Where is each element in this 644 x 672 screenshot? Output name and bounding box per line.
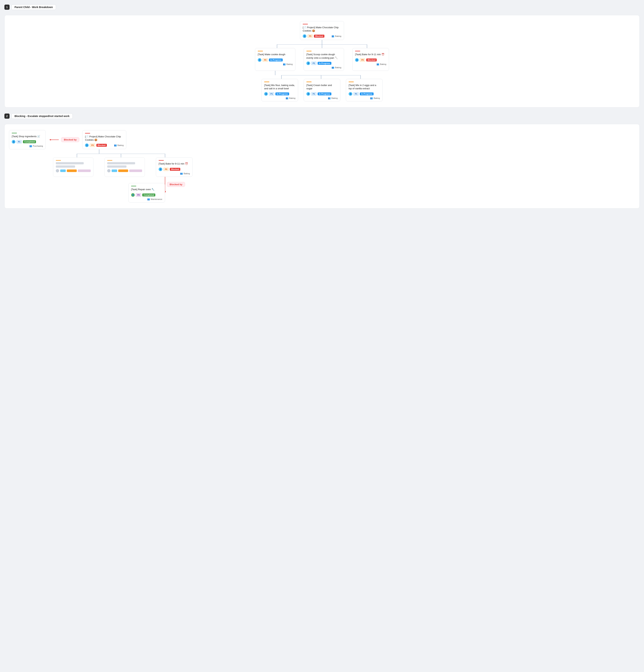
mid-avatar-0: 👤 [258,58,261,62]
mid-title-0: [Task] Make cookie dough [258,53,293,56]
bottom-card-0[interactable]: [Task] Mix flour, baking soda, and salt … [261,79,298,101]
root-priority: P0 [307,35,313,38]
blurred-2-line2 [107,166,127,168]
section-1-number: 1 [4,4,10,10]
blurred-1-accent [56,160,61,161]
mid-priority-1: P1 [311,62,316,65]
mid-team-label-1: Baking [335,67,341,69]
root-title: [📄 Project] Make Chocolate Chip Cookies … [303,26,341,33]
mid-status-0: In Progress [269,59,283,61]
s2-root-card[interactable]: [📄 Project] Make Chocolate Chip Cookies … [82,130,126,149]
repair-status: Completed [142,193,155,196]
mid-priority-0: P0 [262,58,268,62]
root-team-icon: 👥 [331,35,334,37]
mid-footer-0: 👤 P0 In Progress 👥 Baking [258,58,293,65]
repair-accent [131,186,136,186]
s2-root-avatar: 👤 [85,143,89,147]
root-avatar: 👤 [303,34,306,38]
section-1-title: Parent Child - Work Breakdown [11,4,56,10]
s2-root-priority: P0 [90,144,95,147]
mid-team-0: 👥 Baking [283,63,293,65]
bottom-title-2: [Task] Mix in 2 eggs and a tsp of vanill… [349,84,380,90]
mid-team-2: 👥 Baking [376,63,386,65]
bottom-accent-2 [349,82,354,82]
h-connector-bottom-svg [261,75,383,79]
bottom-avatar-2: 👤 [349,92,352,96]
mid-avatar-1: 👤 [306,61,310,65]
bottom-status-2: In Progress [360,93,374,95]
root-team-label: Baking [335,35,341,37]
mid-team-icon-2: 👥 [376,63,379,65]
mid-accent-1 [306,51,312,51]
bake-priority: P0 [163,168,169,171]
section-1: 1 Parent Child - Work Breakdown [📄 Proje… [4,4,640,107]
bottom-accent-0 [264,82,269,82]
bottom-team-icon-1: 👥 [328,97,331,99]
bottom-team-label-2: Baking [374,97,380,99]
root-accent [303,24,308,24]
repair-priority: P2 [136,193,141,196]
mid-card-1[interactable]: [Task] Scoop cookie dough evenly onto a … [304,48,344,71]
mid-team-icon-1: 👥 [331,66,334,69]
blurred-2-line1 [107,162,135,164]
diagram-1-tree: [📄 Project] Make Chocolate Chip Cookies … [9,21,635,101]
repair-team-icon: 👥 [147,198,150,201]
shop-card[interactable]: [Task] Shop ingredients 🛒 👤 P1 Completed… [9,130,46,149]
bottom-title-0: [Task] Mix flour, baking soda, and salt … [264,84,295,90]
section-1-diagram: [📄 Project] Make Chocolate Chip Cookies … [4,15,640,107]
arrow-left-svg [49,138,60,142]
shop-status: Completed [23,140,36,143]
s2-blocked-by-area: Blocked by [Task] Repair oven 🔧 👤 P2 Com… [53,177,192,203]
mid-team-label-2: Baking [380,63,386,65]
shop-accent [12,133,17,133]
bottom-footer-0: 👤 P1 In Progress 👥 Baking [264,92,295,99]
section-2-number: 2 [4,113,10,119]
h-connector-bottom [261,75,383,79]
bottom-avatar-1: 👤 [306,92,310,96]
mid-title-2: [Task] Bake for 9-11 min ⏰ [355,53,386,56]
blocked-by-badge-2: Blocked by [167,182,185,187]
s2-h-connector-svg [53,154,192,157]
bottom-status-0: In Progress [276,93,289,95]
h-connector-mid [255,44,389,48]
blurred-1-badge1 [60,169,66,172]
bottom-priority-0: P1 [269,92,274,96]
mid-status-1: In Progress [318,62,331,65]
bottom-team-icon-0: 👥 [286,97,289,99]
bake-card[interactable]: [Task] Bake for 9-11 min ⏰ 👤 P0 Blocked … [156,157,192,177]
mid-card-0[interactable]: [Task] Make cookie dough 👤 P0 In Progres… [255,48,295,71]
blurred-1-dot [56,169,59,172]
blurred-1-team [78,169,91,172]
mid-priority-2: P0 [360,58,365,62]
bottom-team-0: 👥 Baking [286,97,295,99]
blocked-by-label-1: Blocked by [61,137,79,142]
section-2-title: Blocking - Escalate stopped/not started … [11,113,73,119]
shop-footer: 👤 P1 Completed 👥 Purchasing [12,140,43,147]
bottom-card-1[interactable]: [Task] Cream butter and sugar 👤 P1 In Pr… [304,79,340,101]
connector-root-mid [322,40,322,44]
bake-team-label: Baking [184,172,190,175]
mid-card-2[interactable]: [Task] Bake for 9-11 min ⏰ 👤 P0 Blocked … [352,48,389,71]
bottom-footer-2: 👤 P1 In Progress 👥 Baking [349,92,380,99]
s2-root-footer: 👤 P0 Blocked 👥 Baking [85,143,124,147]
mid-team-label-0: Baking [286,63,293,65]
section-2-diagram: [Task] Shop ingredients 🛒 👤 P1 Completed… [4,124,640,208]
root-card[interactable]: [📄 Project] Make Chocolate Chip Cookies … [300,21,344,40]
blurred-2-team [129,169,142,172]
blurred-2-accent [107,160,112,161]
repair-title: [Task] Repair oven 🔧 [131,188,162,191]
root-footer: 👤 P0 Blocked 👥 Baking [303,34,341,38]
bottom-accent-1 [306,82,312,82]
shop-title: [Task] Shop ingredients 🛒 [12,135,43,138]
s2-root-team-icon: 👥 [114,144,117,146]
repair-avatar: 👤 [131,193,135,197]
blurred-1-line2 [56,166,75,168]
bottom-row: [Task] Mix flour, baking soda, and salt … [261,79,383,101]
bottom-card-2[interactable]: [Task] Mix in 2 eggs and a tsp of vanill… [346,79,383,101]
bake-team: 👥 Baking [180,172,190,175]
repair-footer: 👤 P2 Completed 👥 Maintenance [131,193,162,201]
bake-title: [Task] Bake for 9-11 min ⏰ [159,162,190,166]
shop-avatar: 👤 [12,140,15,144]
repair-card[interactable]: [Task] Repair oven 🔧 👤 P2 Completed 👥 Ma… [128,183,165,202]
bottom-team-label-0: Baking [289,97,295,99]
